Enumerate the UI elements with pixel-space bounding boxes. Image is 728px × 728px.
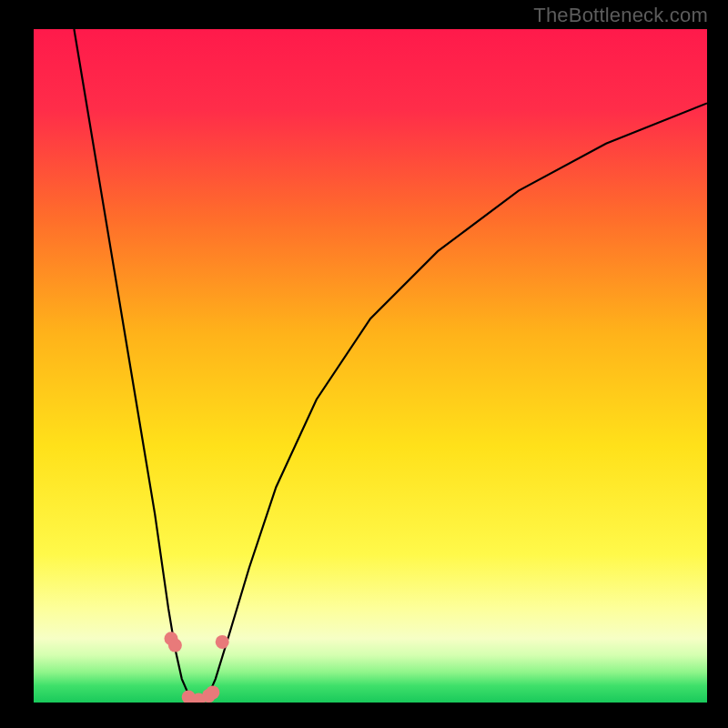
outer-frame: TheBottleneck.com bbox=[0, 0, 728, 728]
marker-dot bbox=[206, 685, 219, 699]
marker-dot bbox=[168, 639, 182, 652]
curve-layer bbox=[34, 29, 707, 703]
plot-area bbox=[34, 29, 707, 703]
bottleneck-curve bbox=[74, 29, 707, 700]
marker-dot bbox=[216, 635, 229, 649]
watermark-text: TheBottleneck.com bbox=[533, 4, 708, 27]
